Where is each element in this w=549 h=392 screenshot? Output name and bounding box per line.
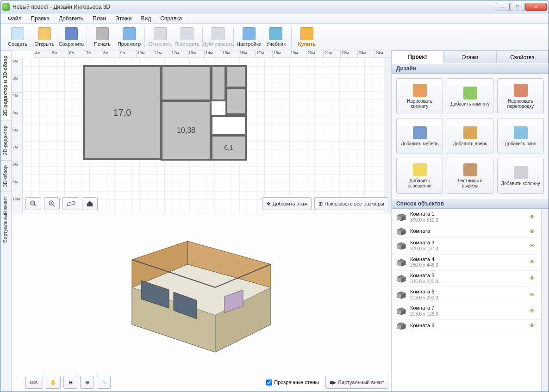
ruler-h-mark: 6м	[68, 50, 85, 57]
ruler-button[interactable]	[62, 197, 79, 210]
room-3d-icon	[396, 322, 406, 330]
preview-label: Просмотр	[118, 41, 141, 47]
close-button[interactable]: ✕	[525, 3, 547, 11]
rotate-360-button[interactable]: 360↻	[25, 376, 43, 389]
room-4[interactable]	[161, 65, 212, 101]
add-window-button[interactable]: Добавить окно	[497, 118, 544, 154]
room-8[interactable]	[211, 115, 247, 136]
add-furniture-label: Добавить мебель	[401, 141, 438, 146]
zoom-out-3d-button[interactable]: ⊖	[63, 376, 77, 389]
menu-Справка[interactable]: Справка	[156, 14, 186, 23]
add-door-label: Добавить дверь	[453, 141, 487, 146]
room-7[interactable]	[225, 87, 247, 115]
view-3d[interactable]: 360↻ ✋ ⊖ ⊕ ⌂ Прозрачные стены ■▶Виртуаль…	[12, 213, 391, 392]
stairs-cutouts-icon	[463, 163, 477, 176]
buy-button[interactable]: Купить	[293, 25, 320, 50]
save-button[interactable]: Сохранить	[58, 25, 85, 50]
create-button[interactable]: Создать	[4, 25, 31, 50]
menu-План[interactable]: План	[89, 14, 110, 23]
ruler-h-mark: 4м	[34, 50, 51, 57]
add-door-button[interactable]: Добавить дверь	[447, 118, 493, 154]
duplicate-icon	[212, 27, 225, 40]
scrollbar-2d-v[interactable]	[384, 58, 391, 213]
room-6[interactable]	[225, 65, 247, 88]
maximize-button[interactable]: ☐	[511, 3, 524, 11]
redo-button[interactable]: Повторить	[174, 25, 200, 50]
zoom-out-button[interactable]	[25, 197, 41, 210]
add-column-button[interactable]: Добавить колонну	[497, 158, 544, 194]
ruler-h-mark: 19м	[289, 50, 306, 57]
ruler-v-mark: 3м	[12, 75, 22, 92]
side-tab-3[interactable]: Виртуальный визит	[0, 192, 11, 248]
draw-partition-button[interactable]: Нарисовать перегородку	[497, 78, 544, 114]
object-item-5[interactable]: Комната 6213.0 x 202.0👁	[392, 287, 541, 303]
visibility-icon[interactable]: 👁	[529, 228, 537, 235]
right-tab-Этажи[interactable]: Этажи	[444, 50, 496, 63]
buy-icon	[300, 27, 313, 40]
visibility-icon[interactable]: 👁	[529, 322, 537, 329]
menu-Добавить[interactable]: Добавить	[55, 14, 87, 23]
right-tab-Проект[interactable]: Проект	[392, 50, 444, 63]
virtual-visit-button[interactable]: ■▶Виртуальный визит	[325, 376, 388, 389]
object-item-4[interactable]: Комната 5335.0 x 230.0👁	[392, 271, 541, 287]
room-3[interactable]: 6,1	[211, 135, 247, 161]
open-button[interactable]: Открыть	[31, 25, 58, 50]
undo-button[interactable]: Отменить	[147, 25, 174, 50]
plan-canvas[interactable]: 17,0 10,38 6,1	[23, 58, 384, 213]
stairs-cutouts-button[interactable]: Лестницы и вырезы	[447, 158, 493, 194]
visibility-icon[interactable]: 👁	[529, 259, 537, 266]
home-button[interactable]	[82, 197, 98, 210]
object-item-0[interactable]: Комната 1370.0 x 530.0👁	[392, 209, 541, 225]
side-tab-2[interactable]: 3D-обзор	[0, 160, 11, 192]
add-lighting-button[interactable]: Добавить освещение	[396, 158, 443, 194]
room-2[interactable]: 10,38	[161, 100, 212, 161]
print-button[interactable]: Печать	[89, 25, 116, 50]
transparent-walls-checkbox[interactable]: Прозрачные стены	[266, 380, 318, 386]
ruler-h-mark: 15м	[221, 50, 238, 57]
minimize-button[interactable]: —	[496, 3, 510, 11]
zoom-in-3d-button[interactable]: ⊕	[80, 376, 94, 389]
add-furniture-button[interactable]: Добавить мебель	[396, 118, 443, 154]
side-tab-1[interactable]: 2D-редактор	[0, 120, 11, 160]
ruler-h-mark: 17м	[255, 50, 272, 57]
duplicate-button[interactable]: Дублировать	[205, 25, 231, 50]
visibility-icon[interactable]: 👁	[529, 214, 537, 221]
object-list-scrollbar[interactable]	[541, 209, 549, 392]
object-item-3[interactable]: Комната 4280.0 x 446.0👁	[392, 255, 541, 271]
menu-Вид[interactable]: Вид	[137, 14, 155, 23]
object-item-6[interactable]: Комната 7213.0 x 126.0👁	[392, 303, 541, 319]
add-floor-button[interactable]: ❖Добавить этаж	[262, 197, 312, 210]
room-3-area: 6,1	[224, 144, 233, 151]
home-3d-button[interactable]: ⌂	[97, 376, 111, 389]
menu-Этажи[interactable]: Этажи	[112, 14, 135, 23]
menu-Правка[interactable]: Правка	[27, 14, 54, 23]
save-icon	[65, 27, 78, 40]
side-tab-0[interactable]: 2D-редактор и 3D-обзор	[0, 50, 11, 120]
visibility-icon[interactable]: 👁	[529, 292, 537, 299]
add-room-button[interactable]: Добавить комнату	[447, 78, 493, 114]
visibility-icon[interactable]: 👁	[529, 275, 537, 282]
object-item-1[interactable]: Комната👁	[392, 225, 541, 238]
visibility-icon[interactable]: 👁	[529, 308, 537, 315]
show-dimensions-button[interactable]: ⊞Показывать все размеры	[314, 197, 388, 210]
zoom-in-button[interactable]	[44, 197, 60, 210]
settings-button[interactable]: Настройки	[236, 25, 262, 50]
right-tab-Свойства[interactable]: Свойства	[496, 50, 549, 63]
window-controls: — ☐ ✕	[496, 3, 547, 11]
visibility-icon[interactable]: 👁	[529, 243, 537, 249]
preview-button[interactable]: Просмотр	[116, 25, 143, 50]
ruler-h-mark: 24м	[374, 50, 391, 57]
object-item-2[interactable]: Комната 3370.0 x 137.0👁	[392, 238, 541, 254]
object-item-7[interactable]: Комната 8👁	[392, 320, 541, 332]
room-1[interactable]: 17,0	[83, 65, 162, 160]
room-3d-icon	[396, 274, 406, 283]
add-column-icon	[514, 166, 528, 179]
room-5[interactable]	[211, 65, 226, 101]
pan-button[interactable]: ✋	[46, 376, 61, 389]
add-lighting-icon	[413, 163, 427, 176]
draw-room-button[interactable]: Нарисовать комнату	[396, 78, 443, 114]
ruler-horizontal: 4м5м6м7м8м9м10м11м12м13м14м15м16м17м18м1…	[34, 50, 391, 58]
tutorial-button[interactable]: Учебник	[262, 25, 289, 50]
main-area: 2D-редактор и 3D-обзор2D-редактор3D-обзо…	[0, 50, 549, 392]
menu-Файл[interactable]: Файл	[4, 14, 25, 23]
